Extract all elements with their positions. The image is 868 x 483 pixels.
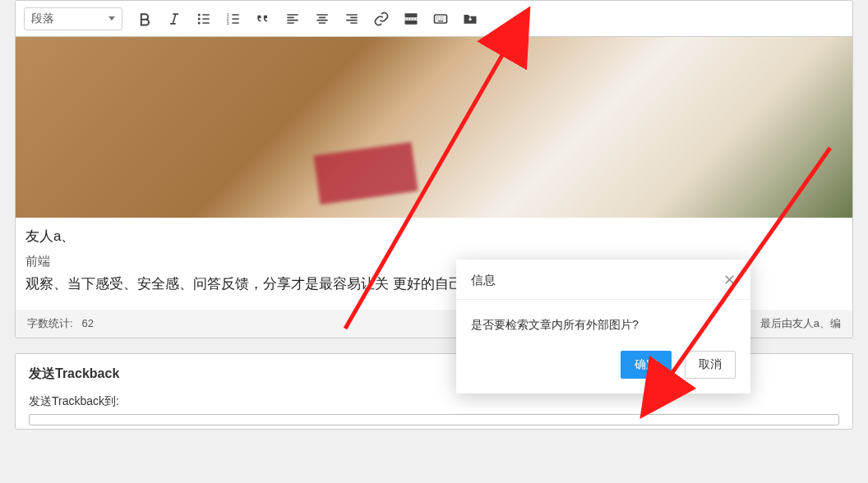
caret-down-icon [108,16,115,21]
paragraph-select-label: 段落 [31,12,54,26]
content-image [16,37,852,218]
cancel-button[interactable]: 取消 [685,351,736,379]
align-center-button[interactable] [308,7,336,31]
trackback-input[interactable] [29,414,839,426]
svg-point-0 [198,13,201,16]
svg-point-2 [198,21,201,24]
align-center-icon [314,11,330,27]
number-list-icon: 123 [225,11,242,27]
align-right-icon [344,11,360,27]
link-button[interactable] [367,7,395,31]
align-right-button[interactable] [338,7,366,31]
bullet-list-icon [196,11,212,27]
modal-title: 信息 [471,273,496,288]
modal-message: 是否要检索文章内所有外部图片? [456,300,750,344]
keyboard-button[interactable] [427,7,455,31]
download-folder-button[interactable] [456,7,484,31]
close-icon[interactable]: ✕ [723,271,736,289]
confirm-modal: 信息 ✕ 是否要检索文章内所有外部图片? 确定 取消 [456,260,750,393]
word-count-label: 字数统计: [27,317,73,329]
svg-rect-7 [405,20,418,24]
svg-text:3: 3 [227,20,229,25]
ol-button[interactable]: 123 [219,7,247,31]
quote-button[interactable] [249,7,277,31]
confirm-button[interactable]: 确定 [621,351,672,379]
word-count-value: 62 [81,317,93,329]
quote-icon [255,11,271,27]
modal-footer: 确定 取消 [456,344,750,393]
ul-button[interactable] [190,7,218,31]
modal-header: 信息 ✕ [456,260,750,300]
word-count: 字数统计: 62 [27,316,94,331]
svg-rect-6 [405,13,418,17]
align-left-button[interactable] [279,7,307,31]
bold-button[interactable] [131,7,159,31]
editor-toolbar: 段落 123 [16,1,852,37]
svg-point-1 [198,17,201,20]
bold-icon [136,11,153,27]
italic-icon [166,11,182,27]
last-edit-label: 最后由友人a、编 [760,316,841,331]
italic-button[interactable] [160,7,188,31]
trackback-label: 发送Trackback到: [29,394,839,409]
content-line-1: 友人a、 [25,224,843,250]
paragraph-select[interactable]: 段落 [24,7,122,30]
read-more-icon [403,11,419,27]
keyboard-icon [432,11,449,27]
download-to-folder-icon [462,11,478,27]
align-left-icon [284,11,301,27]
read-more-button[interactable] [397,7,425,31]
link-icon [373,11,390,27]
